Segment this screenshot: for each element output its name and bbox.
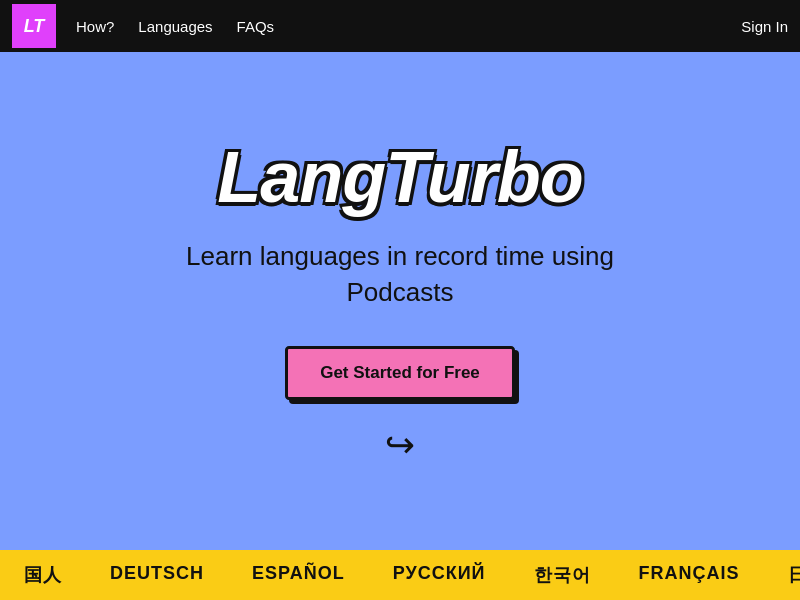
arrow-doodle: ↩︎ <box>385 424 415 466</box>
languages-link[interactable]: Languages <box>138 18 212 35</box>
logo-text: LT <box>24 16 45 37</box>
ticker-item: FRANÇAIS <box>639 563 740 587</box>
how-link[interactable]: How? <box>76 18 114 35</box>
hero-subtitle-line2: Podcasts <box>347 277 454 307</box>
navbar: LT How? Languages FAQs Sign In <box>0 0 800 52</box>
hero-subtitle: Learn languages in record time using Pod… <box>186 238 614 311</box>
ticker-item: 한국어 <box>534 563 591 587</box>
logo-badge[interactable]: LT <box>12 4 56 48</box>
ticker-item: 国人 <box>24 563 62 587</box>
hero-title: LangTurbo <box>217 136 583 218</box>
nav-links: How? Languages FAQs <box>76 18 741 35</box>
ticker-inner: 国人DEUTSCHESPAÑOLРУССКИЙ한국어FRANÇAIS日本語POR <box>0 563 800 587</box>
sign-in-button[interactable]: Sign In <box>741 18 788 35</box>
ticker-item: DEUTSCH <box>110 563 204 587</box>
language-ticker: 国人DEUTSCHESPAÑOLРУССКИЙ한국어FRANÇAIS日本語POR <box>0 550 800 600</box>
faqs-link[interactable]: FAQs <box>237 18 275 35</box>
ticker-item: ESPAÑOL <box>252 563 345 587</box>
ticker-item: РУССКИЙ <box>393 563 486 587</box>
ticker-item: 日本語 <box>788 563 800 587</box>
hero-section: LangTurbo Learn languages in record time… <box>0 52 800 550</box>
cta-button[interactable]: Get Started for Free <box>285 346 515 400</box>
hero-subtitle-line1: Learn languages in record time using <box>186 241 614 271</box>
